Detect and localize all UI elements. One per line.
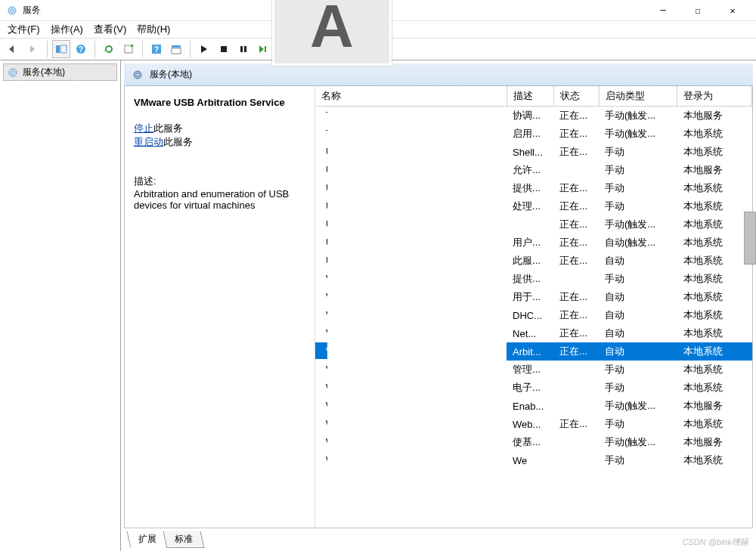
svg-rect-5 [60, 45, 67, 53]
svc-name-cell: User Experience Improvem... [315, 215, 327, 232]
table-row[interactable]: User Data Storage_2920c4...处理...正在...手动本… [315, 197, 752, 215]
table-row[interactable]: VMware USB Arbitration S...Arbit...正在...… [315, 342, 752, 361]
col-name[interactable]: 名称 [315, 86, 507, 107]
svc-logon-cell: 本地系统 [677, 451, 752, 469]
export-button[interactable] [119, 40, 138, 58]
svc-logon-cell: 本地系统 [677, 197, 752, 215]
table-row[interactable]: User Data Access_2920c450提供...正在...手动本地系… [315, 179, 752, 197]
svc-status-cell: 正在... [553, 324, 599, 342]
col-logon[interactable]: 登录为 [677, 86, 752, 107]
col-status[interactable]: 状态 [553, 86, 599, 107]
svc-logon-cell: 本地服务 [677, 161, 752, 179]
menu-action[interactable]: 操作(A) [51, 23, 83, 36]
tree-root-services[interactable]: 服务(本地) [3, 63, 117, 81]
svc-startup-cell: 手动(触发... [599, 215, 677, 234]
table-row[interactable]: User Profile Service此服...正在...自动本地系统 [315, 252, 752, 270]
table-row[interactable]: Touch Keyboard and Hand...启用...正在...手动(触… [315, 125, 752, 143]
minimize-button[interactable]: ─ [646, 0, 680, 21]
toolbar: ? ? [0, 38, 756, 60]
svc-logon-cell: 本地系统 [677, 179, 752, 197]
stop-service-link[interactable]: 停止 [134, 122, 153, 134]
table-row[interactable]: Time Broker协调...正在...手动(触发...本地服务 [315, 107, 752, 125]
pause-service-button[interactable] [234, 40, 253, 58]
svc-startup-cell: 手动 [599, 451, 677, 469]
menu-file[interactable]: 文件(F) [8, 23, 40, 36]
svg-rect-14 [172, 48, 181, 54]
forward-button[interactable] [24, 40, 42, 58]
help2-button[interactable]: ? [147, 40, 166, 58]
main-area: 服务(本地) 服务(本地) VMware USB Arbitration Ser… [0, 60, 756, 551]
table-row[interactable]: Warp JIT ServiceEnab...手动(触发...本地服务 [315, 397, 752, 415]
svc-status-cell [553, 433, 599, 451]
stop-service-button[interactable] [215, 40, 233, 58]
table-row[interactable]: WalletService电子...手动本地系统 [315, 379, 752, 397]
detail-split: VMware USB Arbitration Service 停止此服务 重启动… [124, 86, 753, 528]
properties-button[interactable] [167, 40, 185, 58]
svc-startup-cell: 手动(触发... [599, 433, 677, 451]
close-button[interactable]: ✕ [715, 0, 750, 21]
scrollbar-thumb[interactable] [744, 212, 756, 265]
table-row[interactable]: WemeetUpdateSvcWe手动本地系统 [315, 451, 752, 469]
svc-desc-cell: Net... [507, 324, 553, 342]
restart-service-button[interactable] [254, 40, 272, 58]
back-button[interactable] [5, 40, 23, 58]
table-row[interactable]: User Manager用户...正在...自动(触发...本地系统 [315, 234, 752, 252]
service-detail-panel: VMware USB Arbitration Service 停止此服务 重启动… [125, 86, 315, 528]
show-hide-tree-button[interactable] [52, 40, 70, 58]
col-startup[interactable]: 启动类型 [599, 86, 677, 107]
svc-logon-cell: 本地系统 [677, 415, 752, 433]
help-toolbar-button[interactable]: ? [72, 40, 90, 58]
description-label: 描述: [134, 175, 305, 188]
table-row[interactable]: Volume Shadow Copy管理...手动本地系统 [315, 361, 752, 379]
svc-logon-cell: 本地系统 [677, 379, 752, 397]
svc-logon-cell: 本地系统 [677, 143, 752, 161]
right-panel: 服务(本地) VMware USB Arbitration Service 停止… [121, 60, 756, 551]
svc-desc-cell: 电子... [507, 379, 553, 397]
svc-status-cell: 正在... [553, 107, 599, 125]
svg-rect-4 [56, 45, 60, 53]
svc-status-cell: 正在... [553, 288, 599, 306]
maximize-button[interactable]: ☐ [680, 0, 715, 21]
svc-desc-cell: Enab... [507, 397, 553, 415]
svc-name-cell: Virtual Disk [315, 270, 327, 286]
svc-startup-cell: 自动(触发... [599, 234, 677, 252]
svc-status-cell: 正在... [553, 125, 599, 143]
table-row[interactable]: User Experience Improvem...正在...手动(触发...… [315, 215, 752, 234]
menu-help[interactable]: 帮助(H) [137, 23, 170, 36]
table-row[interactable]: Virtual Disk提供...手动本地系统 [315, 270, 752, 288]
svc-startup-cell: 手动 [599, 415, 677, 433]
svc-logon-cell: 本地服务 [677, 433, 752, 451]
start-service-button[interactable] [195, 40, 213, 58]
menu-view[interactable]: 查看(V) [94, 23, 126, 36]
refresh-button[interactable] [100, 40, 118, 58]
svc-startup-cell: 手动 [599, 197, 677, 215]
svc-logon-cell: 本地系统 [677, 125, 752, 143]
table-row[interactable]: Udk 用户服务_2920c450Shell...正在...手动本地系统 [315, 143, 752, 161]
svg-marker-15 [201, 45, 207, 53]
svc-startup-cell: 手动 [599, 379, 677, 397]
service-list-panel: 名称 描述 状态 启动类型 登录为 Time Broker协调...正在...手… [315, 86, 752, 528]
tab-extended[interactable]: 扩展 [127, 531, 169, 548]
svc-status-cell [553, 397, 599, 415]
description-text: Arbitration and enumeration of USB devic… [134, 188, 305, 211]
svc-status-cell: 正在... [553, 197, 599, 215]
table-row[interactable]: VMware DHCP ServiceDHC...正在...自动本地系统 [315, 306, 752, 324]
svc-desc-cell: Web... [507, 415, 553, 433]
svc-status-cell: 正在... [553, 143, 599, 161]
svc-startup-cell: 手动(触发... [599, 107, 677, 125]
service-list-scroll[interactable]: 名称 描述 状态 启动类型 登录为 Time Broker协调...正在...手… [315, 86, 752, 528]
table-row[interactable]: UPnP Device Host允许...手动本地服务 [315, 161, 752, 179]
table-row[interactable]: VMware NAT ServiceNet...正在...自动本地系统 [315, 324, 752, 342]
restart-service-link[interactable]: 重启动 [134, 136, 163, 147]
svg-marker-2 [9, 45, 14, 53]
tab-standard[interactable]: 标准 [163, 531, 205, 548]
svc-desc-cell: 处理... [507, 197, 553, 215]
table-row[interactable]: VMware Authorization Ser...用于...正在...自动本… [315, 288, 752, 306]
svc-name-cell: User Profile Service [315, 252, 327, 268]
table-row[interactable]: WebClient使基...手动(触发...本地服务 [315, 433, 752, 451]
svc-status-cell: 正在... [553, 234, 599, 252]
col-desc[interactable]: 描述 [507, 86, 553, 107]
table-row[interactable]: Web 帐户管理器Web...正在...手动本地系统 [315, 415, 752, 433]
svc-startup-cell: 手动 [599, 143, 677, 161]
svc-startup-cell: 手动 [599, 179, 677, 197]
